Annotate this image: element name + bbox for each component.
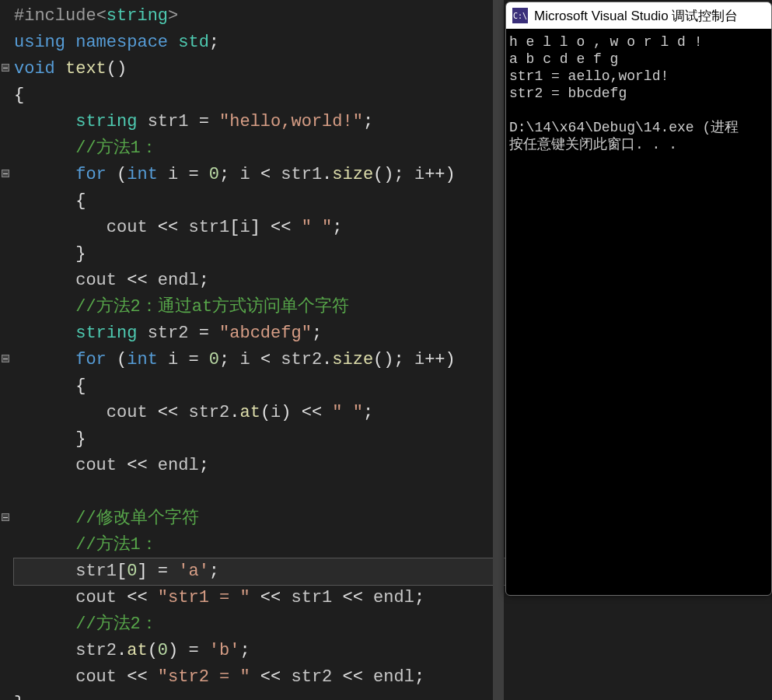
- console-line: str2 = bbcdefg: [509, 85, 768, 102]
- code-line[interactable]: using namespace std;: [14, 30, 505, 56]
- code-line[interactable]: }: [14, 241, 505, 268]
- code-line[interactable]: cout << endl;: [14, 453, 505, 479]
- code-line[interactable]: {: [14, 373, 505, 400]
- code-line[interactable]: }: [14, 691, 505, 700]
- console-line: D:\14\x64\Debug\14.exe (进程: [509, 119, 768, 136]
- code-line[interactable]: cout << str1[i] << " ";: [14, 215, 505, 241]
- code-line[interactable]: {: [14, 82, 505, 109]
- code-content[interactable]: #include<string>using namespace std;void…: [0, 3, 505, 700]
- code-line[interactable]: str2.at(0) = 'b';: [14, 638, 505, 664]
- console-titlebar[interactable]: C:\ Microsoft Visual Studio 调试控制台: [506, 2, 771, 29]
- code-line[interactable]: for (int i = 0; i < str2.size(); i++): [14, 347, 505, 373]
- console-line: [509, 102, 768, 119]
- code-line[interactable]: //方法1：: [14, 135, 505, 162]
- code-line[interactable]: cout << "str2 = " << str2 << endl;: [14, 664, 505, 691]
- fold-icon[interactable]: [2, 355, 9, 362]
- code-line[interactable]: {: [14, 188, 505, 215]
- code-line[interactable]: //方法2：通过at方式访问单个字符: [14, 294, 505, 320]
- code-editor[interactable]: #include<string>using namespace std;void…: [0, 0, 505, 700]
- console-icon: C:\: [512, 8, 528, 23]
- code-line[interactable]: [14, 479, 505, 506]
- code-line[interactable]: cout << str2.at(i) << " ";: [14, 400, 505, 426]
- code-line[interactable]: cout << endl;: [14, 268, 505, 294]
- fold-icon[interactable]: [2, 64, 9, 72]
- console-line: a b c d e f g: [509, 51, 768, 68]
- code-line[interactable]: str1[0] = 'a';: [14, 558, 505, 585]
- code-line[interactable]: //修改单个字符: [14, 506, 505, 532]
- console-title-text: Microsoft Visual Studio 调试控制台: [534, 7, 738, 25]
- code-line[interactable]: }: [14, 426, 505, 453]
- code-line[interactable]: string str2 = "abcdefg";: [14, 320, 505, 347]
- fold-icon[interactable]: [2, 513, 9, 521]
- console-line: 按任意键关闭此窗口. . .: [509, 136, 768, 153]
- console-output[interactable]: h e l l o , w o r l d !a b c d e f gstr1…: [506, 29, 771, 158]
- fold-icon[interactable]: [2, 170, 9, 177]
- code-line[interactable]: for (int i = 0; i < str1.size(); i++): [14, 162, 505, 188]
- code-line[interactable]: #include<string>: [14, 3, 505, 30]
- code-line[interactable]: cout << "str1 = " << str1 << endl;: [14, 585, 505, 611]
- console-window[interactable]: C:\ Microsoft Visual Studio 调试控制台 h e l …: [505, 2, 772, 596]
- editor-scrollbar[interactable]: [493, 0, 504, 700]
- code-line[interactable]: void text(): [14, 56, 505, 82]
- console-line: h e l l o , w o r l d !: [509, 33, 768, 51]
- code-line[interactable]: string str1 = "hello,world!";: [14, 109, 505, 135]
- code-line[interactable]: //方法1：: [14, 532, 505, 558]
- editor-gutter: [0, 0, 11, 700]
- code-line[interactable]: //方法2：: [14, 611, 505, 638]
- console-line: str1 = aello,world!: [509, 68, 768, 85]
